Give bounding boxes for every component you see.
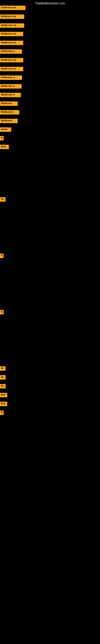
- bottleneck-label-13: Bottleneck: [0, 119, 18, 123]
- bottleneck-label-17: Bo: [0, 197, 6, 202]
- bottleneck-label-24: Bott: [0, 402, 7, 406]
- bottleneck-label-18: B: [0, 254, 3, 258]
- bottleneck-label-7: Bottleneck res: [0, 67, 23, 71]
- bottleneck-label-0: Bottleneck res: [0, 6, 25, 10]
- bottleneck-label-5: Bottleneck re: [0, 49, 22, 54]
- bottleneck-label-20: Bo: [0, 366, 6, 371]
- bottleneck-label-12: Bottleneck r: [0, 110, 19, 114]
- bottleneck-label-14: Bottler: [0, 128, 11, 132]
- bottleneck-label-6: Bottleneck res: [0, 58, 23, 62]
- bottleneck-label-8: Bottleneck re: [0, 76, 22, 80]
- bottleneck-label-23: Bott: [0, 393, 7, 397]
- bottleneck-label-15: B: [0, 136, 3, 140]
- bottleneck-label-11: Bottleneck: [0, 102, 18, 106]
- bottleneck-label-16: Bottl: [0, 145, 9, 149]
- bottleneck-label-1: Bottleneck res: [0, 14, 24, 19]
- bottleneck-label-21: Bo: [0, 375, 6, 380]
- bottleneck-label-4: Bottleneck res: [0, 41, 23, 45]
- bottleneck-label-19: B: [0, 310, 3, 314]
- bottleneck-label-3: Bottleneck res: [0, 32, 23, 36]
- bottleneck-label-25: B: [0, 410, 3, 415]
- bottleneck-label-9: Bottleneck re: [0, 84, 22, 88]
- bottleneck-label-22: Bo: [0, 384, 6, 388]
- bottleneck-label-10: Bottleneck re: [0, 93, 21, 97]
- bottleneck-label-2: Bottleneck res: [0, 23, 24, 28]
